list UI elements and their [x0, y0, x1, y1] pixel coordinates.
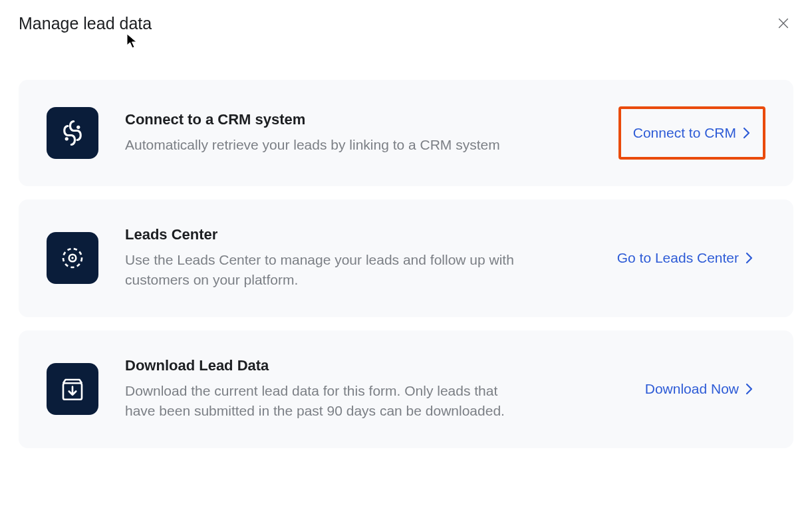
- cursor-icon: [126, 33, 138, 49]
- close-icon: [776, 16, 791, 31]
- chevron-right-icon: [743, 127, 751, 139]
- card-description: Download the current lead data for this …: [125, 381, 531, 422]
- card-leads-center: Leads Center Use the Leads Center to man…: [19, 199, 793, 317]
- download-box-icon: [59, 375, 86, 403]
- page-title: Manage lead data: [19, 14, 152, 33]
- connect-to-crm-link[interactable]: Connect to CRM: [618, 106, 765, 160]
- card-title: Download Lead Data: [125, 357, 531, 374]
- crm-icon-box: [47, 107, 98, 159]
- card-text: Download Lead Data Download the current …: [125, 357, 531, 422]
- card-connect-crm: Connect to a CRM system Automatically re…: [19, 80, 793, 186]
- chevron-right-icon: [745, 383, 753, 395]
- action-label: Connect to CRM: [633, 125, 736, 141]
- download-now-link[interactable]: Download Now: [633, 365, 765, 413]
- leads-center-icon-box: [47, 232, 98, 284]
- dialog-header: Manage lead data: [19, 13, 793, 33]
- connection-icon: [59, 119, 86, 147]
- card-download-lead-data: Download Lead Data Download the current …: [19, 330, 793, 448]
- card-description: Automatically retrieve your leads by lin…: [125, 135, 531, 155]
- go-to-leads-center-link[interactable]: Go to Leads Center: [605, 234, 765, 282]
- card-text: Connect to a CRM system Automatically re…: [125, 111, 531, 155]
- chevron-right-icon: [745, 252, 753, 264]
- close-button[interactable]: [773, 13, 793, 33]
- action-label: Go to Leads Center: [617, 250, 739, 266]
- action-label: Download Now: [645, 381, 739, 397]
- card-description: Use the Leads Center to manage your lead…: [125, 250, 531, 291]
- cards-container: Connect to a CRM system Automatically re…: [19, 80, 793, 448]
- card-text: Leads Center Use the Leads Center to man…: [125, 226, 531, 291]
- svg-point-0: [65, 137, 68, 140]
- download-icon-box: [47, 363, 98, 415]
- svg-point-1: [76, 126, 80, 129]
- leads-center-icon: [59, 244, 86, 272]
- svg-point-4: [71, 257, 74, 260]
- card-title: Leads Center: [125, 226, 531, 243]
- card-title: Connect to a CRM system: [125, 111, 531, 128]
